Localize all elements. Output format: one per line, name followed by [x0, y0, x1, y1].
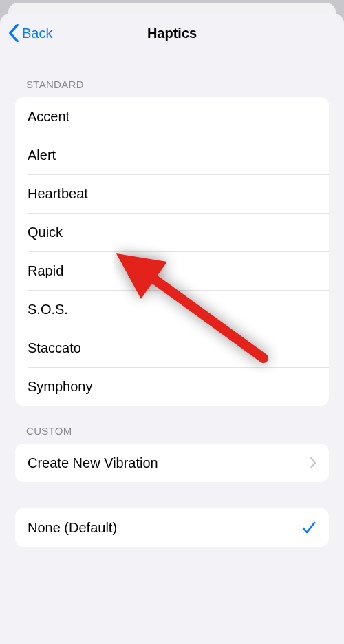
- option-label: Accent: [28, 109, 69, 125]
- haptic-option-symphony[interactable]: Symphony: [15, 367, 329, 406]
- nav-bar: Back Haptics: [0, 14, 344, 52]
- haptic-option-heartbeat[interactable]: Heartbeat: [15, 174, 329, 213]
- chevron-left-icon: [8, 24, 19, 42]
- haptic-option-none[interactable]: None (Default): [15, 508, 329, 547]
- option-label: Staccato: [28, 340, 81, 356]
- option-label: None (Default): [28, 520, 117, 536]
- back-button[interactable]: Back: [8, 14, 52, 52]
- haptic-option-rapid[interactable]: Rapid: [15, 251, 329, 290]
- option-label: Quick: [28, 225, 63, 240]
- haptic-option-quick[interactable]: Quick: [15, 213, 329, 251]
- custom-list: Create New Vibration: [15, 444, 329, 482]
- option-label: S.O.S.: [28, 302, 68, 318]
- page-title: Haptics: [147, 25, 197, 41]
- option-label: Heartbeat: [28, 186, 88, 202]
- option-label: Symphony: [28, 379, 93, 395]
- option-label: Rapid: [28, 263, 63, 279]
- haptic-option-accent[interactable]: Accent: [15, 97, 329, 136]
- haptic-option-alert[interactable]: Alert: [15, 136, 329, 174]
- create-label: Create New Vibration: [28, 455, 158, 471]
- standard-list: Accent Alert Heartbeat Quick Rapid S.O.S…: [15, 97, 329, 406]
- section-header-standard: Standard: [0, 52, 344, 97]
- checkmark-icon: [301, 520, 316, 535]
- create-new-vibration[interactable]: Create New Vibration: [15, 444, 329, 482]
- back-label: Back: [22, 25, 52, 41]
- option-label: Alert: [28, 147, 56, 163]
- none-list: None (Default): [15, 508, 329, 547]
- haptic-option-staccato[interactable]: Staccato: [15, 329, 329, 367]
- section-header-custom: Custom: [0, 406, 344, 444]
- haptics-sheet: Back Haptics Standard Accent Alert Heart…: [0, 14, 344, 644]
- haptic-option-sos[interactable]: S.O.S.: [15, 290, 329, 329]
- chevron-right-icon: [310, 457, 316, 468]
